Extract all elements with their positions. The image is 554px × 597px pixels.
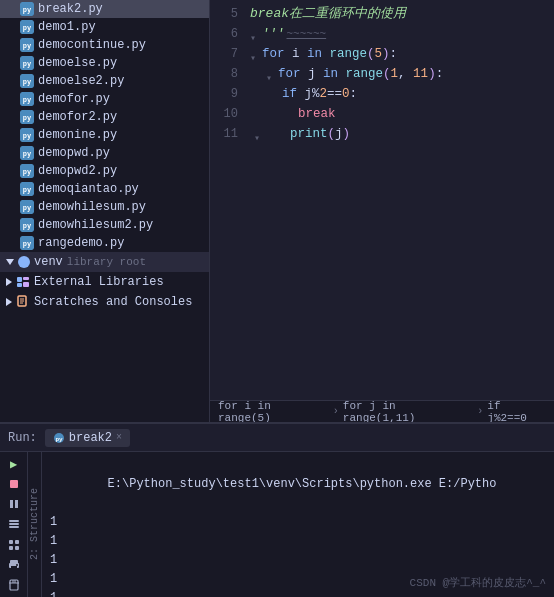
file-demoelse[interactable]: py demoelse.py bbox=[0, 54, 209, 72]
py-file-icon: py bbox=[20, 92, 34, 106]
run-list-button[interactable] bbox=[4, 516, 24, 532]
run-clear-button[interactable] bbox=[4, 577, 24, 593]
file-demoelse2[interactable]: py demoelse2.py bbox=[0, 72, 209, 90]
external-libraries-label: External Libraries bbox=[34, 275, 164, 289]
svg-text:py: py bbox=[23, 168, 32, 176]
breadcrumb-arrow: › bbox=[333, 406, 339, 417]
filename: demofor.py bbox=[38, 92, 110, 106]
file-demofor[interactable]: py demofor.py bbox=[0, 90, 209, 108]
filename: rangedemo.py bbox=[38, 236, 124, 250]
run-pause-button[interactable] bbox=[4, 496, 24, 512]
code-colon: : bbox=[436, 64, 444, 84]
svg-rect-45 bbox=[15, 540, 19, 544]
code-keyword: in bbox=[323, 64, 346, 84]
filename: demo1.py bbox=[38, 20, 96, 34]
structure-label[interactable]: 2: Structure bbox=[29, 488, 40, 560]
output-path-line: E:\Python_study\test1\venv\Scripts\pytho… bbox=[50, 456, 546, 513]
scratches-section[interactable]: Scratches and Consoles bbox=[0, 292, 209, 312]
file-demoqiantao[interactable]: py demoqiantao.py bbox=[0, 180, 209, 198]
output-path-text: E:\Python_study\test1\venv\Scripts\pytho… bbox=[108, 477, 497, 491]
filename: demonine.py bbox=[38, 128, 117, 142]
py-file-icon: py bbox=[20, 38, 34, 52]
code-var: j bbox=[335, 124, 343, 144]
code-lines[interactable]: break在二重循环中的使用 ▾ ''' ~~~~~~ ▾ for i in r… bbox=[246, 2, 554, 398]
fold-icon[interactable]: ▾ bbox=[250, 29, 260, 39]
file-demowhilesum2[interactable]: py demowhilesum2.py bbox=[0, 216, 209, 234]
svg-text:py: py bbox=[23, 204, 32, 212]
svg-text:py: py bbox=[23, 78, 32, 86]
run-play-button[interactable]: ▶ bbox=[4, 456, 24, 472]
svg-text:py: py bbox=[23, 60, 32, 68]
svg-text:py: py bbox=[23, 150, 32, 158]
venv-section[interactable]: venv library root bbox=[0, 252, 209, 272]
output-line-3: 1 bbox=[50, 551, 546, 570]
svg-rect-44 bbox=[9, 540, 13, 544]
svg-rect-30 bbox=[23, 277, 29, 280]
py-file-icon: py bbox=[20, 146, 34, 160]
external-libraries-section[interactable]: External Libraries bbox=[0, 272, 209, 292]
breadcrumb-item-3: if j%2==0 bbox=[487, 400, 546, 423]
py-file-icon: py bbox=[20, 128, 34, 142]
breadcrumb-item-1: for i in range(5) bbox=[218, 400, 329, 423]
code-text: break在二重循环中的使用 bbox=[250, 4, 406, 24]
py-file-icon: py bbox=[20, 20, 34, 34]
svg-point-51 bbox=[16, 564, 18, 566]
code-text: ''' bbox=[262, 24, 285, 44]
py-file-icon: py bbox=[20, 110, 34, 124]
svg-rect-42 bbox=[9, 523, 19, 525]
filename: demowhilesum2.py bbox=[38, 218, 153, 232]
code-paren: ( bbox=[383, 64, 391, 84]
code-op: , bbox=[398, 64, 406, 84]
file-demowhilesum[interactable]: py demowhilesum.py bbox=[0, 198, 209, 216]
fold-icon[interactable]: ▾ bbox=[250, 49, 260, 59]
code-op: % bbox=[312, 84, 320, 104]
svg-rect-38 bbox=[10, 480, 18, 488]
code-num: 5 bbox=[375, 44, 383, 64]
run-stop-button[interactable] bbox=[4, 476, 24, 492]
python-run-icon: py bbox=[53, 432, 65, 444]
run-print-button[interactable] bbox=[4, 557, 24, 573]
file-demopwd2[interactable]: py demopwd2.py bbox=[0, 162, 209, 180]
file-demopwd[interactable]: py demopwd.py bbox=[0, 144, 209, 162]
code-num: 1 bbox=[391, 64, 399, 84]
filename: demoqiantao.py bbox=[38, 182, 139, 196]
svg-rect-28 bbox=[17, 277, 22, 282]
filename: demopwd2.py bbox=[38, 164, 117, 178]
code-num: 2 bbox=[320, 84, 328, 104]
svg-text:py: py bbox=[23, 114, 32, 122]
svg-rect-29 bbox=[17, 283, 22, 287]
fold-icon[interactable]: ▾ bbox=[254, 129, 264, 139]
code-func: print bbox=[290, 124, 328, 144]
file-break2[interactable]: py break2.py bbox=[0, 0, 209, 18]
code-paren: ) bbox=[382, 44, 390, 64]
file-democontinue[interactable]: py democontinue.py bbox=[0, 36, 209, 54]
run-grid-button[interactable] bbox=[4, 537, 24, 553]
code-paren: ) bbox=[428, 64, 436, 84]
code-line-10: break bbox=[250, 104, 554, 124]
svg-rect-41 bbox=[9, 520, 19, 522]
code-editor: 5 6 7 8 9 10 11 break在二重循环中的使用 ▾ ''' ~~~… bbox=[210, 0, 554, 422]
svg-text:py: py bbox=[23, 42, 32, 50]
py-file-icon: py bbox=[20, 182, 34, 196]
code-line-7: ▾ for i in range ( 5 ) : bbox=[250, 44, 554, 64]
svg-rect-43 bbox=[9, 526, 19, 528]
output-line-1: 1 bbox=[50, 513, 546, 532]
fold-icon[interactable]: ▾ bbox=[266, 69, 276, 79]
run-tab-close-button[interactable]: × bbox=[116, 432, 122, 443]
code-keyword: for bbox=[278, 64, 308, 84]
filename: demoelse.py bbox=[38, 56, 117, 70]
svg-rect-47 bbox=[15, 546, 19, 550]
print-icon bbox=[8, 559, 20, 571]
scratches-icon bbox=[16, 295, 30, 309]
grid-icon bbox=[8, 539, 20, 551]
py-file-icon: py bbox=[20, 74, 34, 88]
code-keyword: for bbox=[262, 44, 292, 64]
file-demonine[interactable]: py demonine.py bbox=[0, 126, 209, 144]
file-demofor2[interactable]: py demofor2.py bbox=[0, 108, 209, 126]
code-func: range bbox=[346, 64, 384, 84]
fold-indicator: ~~~~~~ bbox=[287, 24, 327, 44]
run-tab[interactable]: py break2 × bbox=[45, 429, 130, 447]
file-demo1[interactable]: py demo1.py bbox=[0, 18, 209, 36]
run-output[interactable]: E:\Python_study\test1\venv\Scripts\pytho… bbox=[42, 452, 554, 597]
file-rangedemo[interactable]: py rangedemo.py bbox=[0, 234, 209, 252]
